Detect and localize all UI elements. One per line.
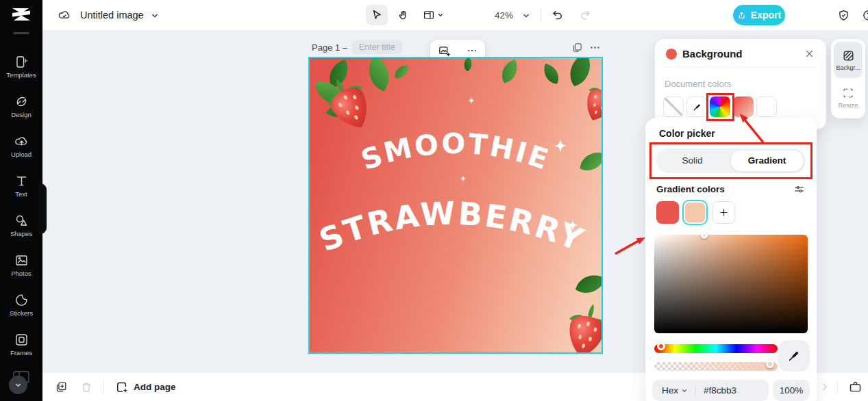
chevron-down-icon: [14, 381, 22, 389]
hue-handle[interactable]: [657, 342, 665, 350]
sidebar-item-design[interactable]: Design: [0, 94, 42, 118]
opacity-slider[interactable]: [654, 362, 778, 371]
close-icon[interactable]: [804, 49, 815, 59]
page-more-icon[interactable]: [589, 42, 601, 53]
plus-icon: [719, 207, 729, 218]
layout-grid-icon: [423, 9, 435, 21]
artwork: SMOOTHIE STRAWBERRY: [310, 58, 602, 352]
eyedropper-icon: [692, 102, 702, 112]
document-colors-label: Document colors: [665, 79, 732, 89]
more-options-icon[interactable]: [467, 45, 478, 56]
gradient-stop-1[interactable]: [656, 201, 679, 224]
hue-slider[interactable]: [654, 344, 778, 353]
page-title-input[interactable]: Enter title: [352, 40, 402, 54]
gradient-settings-icon[interactable]: [793, 183, 805, 195]
photos-icon: [14, 253, 29, 268]
bottom-right-divider: [837, 380, 838, 393]
capcut-logo[interactable]: [11, 6, 32, 23]
rail-item-resize[interactable]: Resize: [834, 81, 863, 115]
hex-value[interactable]: #f8cbb3: [704, 385, 736, 396]
text-icon: [14, 174, 29, 188]
annotation-arrow-to-swatch: [733, 108, 769, 146]
left-sidebar: Templates Design Upload Text: [0, 0, 42, 401]
export-upload-icon: [737, 11, 746, 20]
background-panel-title: Background: [682, 48, 743, 60]
resize-icon: [842, 87, 854, 99]
duplicate-page-icon[interactable]: [55, 380, 68, 393]
opacity-handle[interactable]: [766, 360, 774, 368]
sidebar-collapse-handle[interactable]: [38, 183, 47, 234]
gradient-colors-label: Gradient colors: [656, 184, 725, 194]
shield-check-icon[interactable]: [837, 9, 850, 22]
document-title[interactable]: Untitled image: [80, 10, 144, 21]
hand-tool-button[interactable]: [393, 5, 414, 25]
zoom-chevron-down-icon[interactable]: [522, 12, 530, 20]
add-gradient-stop-button[interactable]: [712, 201, 735, 224]
cursor-pointer-icon: [371, 9, 383, 21]
rail-item-background[interactable]: Backgr...: [834, 42, 863, 78]
tab-gradient[interactable]: Gradient: [730, 150, 804, 172]
design-icon: [14, 94, 29, 109]
add-image-icon[interactable]: [438, 44, 451, 57]
top-bar: Untitled image 42%: [42, 0, 868, 30]
sidebar-item-templates[interactable]: Templates: [0, 55, 42, 79]
sidebar-scroll-hint: [13, 32, 29, 34]
undo-icon[interactable]: [551, 8, 565, 22]
layout-tool-button[interactable]: [419, 5, 447, 25]
hand-icon: [397, 9, 410, 21]
color-picker-popup: Color picker Solid Gradient Gradient col…: [645, 118, 817, 401]
swatch-eyedropper[interactable]: [686, 96, 707, 117]
delete-page-icon[interactable]: [80, 381, 92, 393]
next-page-chevron-icon[interactable]: [819, 382, 830, 392]
export-label: Export: [751, 10, 781, 21]
layout-chevron-down-icon: [437, 12, 444, 18]
present-device-icon[interactable]: [848, 380, 863, 394]
sidebar-item-frames[interactable]: Frames: [0, 333, 42, 357]
background-fill-icon: [842, 49, 855, 62]
redo-icon[interactable]: [578, 8, 592, 22]
annotation-arrow-to-gradient-area: [612, 233, 652, 259]
page-label: Page 1 –: [312, 42, 347, 53]
eyedropper-button[interactable]: [778, 340, 810, 372]
sidebar-item-stickers[interactable]: Stickers: [0, 293, 42, 317]
hex-field[interactable]: Hex #f8cbb3: [652, 380, 769, 401]
sidebar-item-upload[interactable]: Upload: [0, 134, 42, 158]
opacity-gradient-overlay: [654, 362, 778, 371]
right-rail: Backgr... Resize: [831, 39, 865, 118]
swatch-none[interactable]: [663, 96, 684, 117]
sidebar-item-shapes[interactable]: Shapes: [0, 214, 42, 237]
fill-type-tabs: Solid Gradient: [656, 148, 806, 173]
shapes-icon: [14, 214, 29, 228]
toolbar-divider: [541, 8, 541, 22]
hex-chevron-down-icon[interactable]: [681, 387, 688, 394]
sidebar-item-text[interactable]: Text: [0, 174, 42, 198]
panel-divider: [665, 67, 817, 68]
sidebar-item-photos[interactable]: Photos: [0, 253, 42, 277]
frames-icon: [14, 333, 29, 347]
stickers-icon: [14, 293, 29, 307]
help-icon[interactable]: [862, 9, 868, 22]
hex-format-label[interactable]: Hex: [662, 385, 678, 396]
eyedropper-icon: [787, 349, 801, 363]
saturation-cursor[interactable]: [701, 232, 708, 239]
color-picker-title: Color picker: [659, 128, 715, 139]
cloud-sync-icon[interactable]: [58, 8, 71, 22]
sidebar-scroll-down-button[interactable]: [9, 376, 27, 394]
select-tool-button[interactable]: [366, 5, 388, 25]
title-chevron-down-icon[interactable]: [151, 12, 159, 20]
copy-page-icon[interactable]: [571, 42, 583, 53]
swatch-custom-color[interactable]: [710, 96, 730, 117]
templates-icon: [14, 55, 29, 69]
add-page-icon[interactable]: [115, 380, 129, 394]
canvas-page[interactable]: SMOOTHIE STRAWBERRY: [308, 57, 603, 354]
saturation-value-area[interactable]: [654, 235, 808, 333]
opacity-value-field[interactable]: 100%: [773, 380, 810, 401]
hex-divider: [695, 386, 696, 396]
upload-icon: [14, 134, 29, 148]
tab-solid[interactable]: Solid: [656, 151, 728, 171]
app-window: Untitled image 42%: [0, 0, 868, 401]
export-button[interactable]: Export: [733, 5, 785, 25]
add-page-button[interactable]: Add page: [134, 382, 176, 392]
zoom-level[interactable]: 42%: [495, 10, 513, 21]
gradient-stop-2-selected[interactable]: [684, 201, 706, 224]
